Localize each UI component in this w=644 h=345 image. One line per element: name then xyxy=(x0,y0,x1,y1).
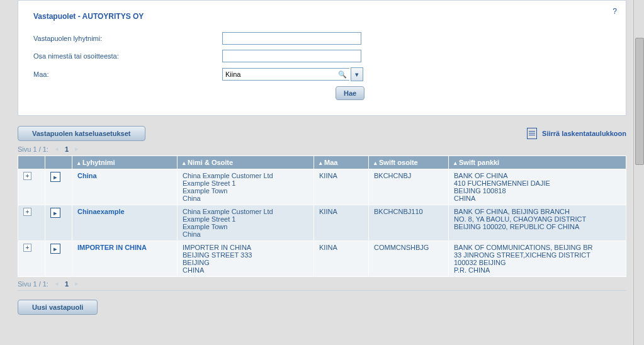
expand-icon[interactable]: + xyxy=(23,244,31,252)
sort-asc-icon: ▴ xyxy=(454,160,457,166)
cell-name: China Example Customer LtdExample Street… xyxy=(178,205,314,241)
cell-action: ▸ xyxy=(45,169,72,205)
cell-swift-bank: BANK OF COMMUNICATIONS, BEIJING BR33 JIN… xyxy=(449,241,626,277)
expand-icon[interactable]: + xyxy=(23,172,31,180)
cell-short: Chinaexample xyxy=(72,205,178,241)
spreadsheet-icon xyxy=(527,128,537,139)
cell-swift-addr: COMMCNSHBJG xyxy=(369,241,449,277)
new-counterparty-button[interactable]: Uusi vastapuoli xyxy=(18,300,98,315)
chevron-down-icon: ▾ xyxy=(355,71,359,79)
export-label: Siirrä laskentataulukkoon xyxy=(542,130,626,137)
search-button[interactable]: Hae xyxy=(336,86,364,100)
cell-short: IMPORTER IN CHINA xyxy=(72,241,178,277)
run-icon[interactable]: ▸ xyxy=(50,244,60,254)
help-icon[interactable]: ? xyxy=(613,7,617,16)
form-row-country: Maa: Kiina 🔍 ▾ xyxy=(33,67,611,81)
cell-country: KIINA xyxy=(314,241,369,277)
search-card: ? Vastapuolet - AUTOYRITYS OY Vastapuole… xyxy=(18,0,626,116)
pager-prev-icon[interactable]: ◂ xyxy=(55,145,59,153)
cell-country: KIINA xyxy=(314,169,369,205)
expand-icon[interactable]: + xyxy=(23,208,31,216)
short-name-link[interactable]: IMPORTER IN CHINA xyxy=(77,244,147,251)
pager-page[interactable]: 1 xyxy=(65,145,69,153)
country-label: Maa: xyxy=(33,71,222,78)
pager-top: Sivu 1 / 1: ◂ 1 ▸ xyxy=(18,145,626,153)
table-row: +▸ChinaChina Example Customer LtdExample… xyxy=(18,169,626,205)
results-table: ▴Lyhytnimi ▴Nimi & Osoite ▴Maa ▴Swift os… xyxy=(18,156,626,277)
short-name-link[interactable]: China xyxy=(77,172,97,179)
table-row: +▸IMPORTER IN CHINAIMPORTER IN CHINABEIJ… xyxy=(18,241,626,277)
cell-action: ▸ xyxy=(45,241,72,277)
cell-short: China xyxy=(72,169,178,205)
cell-swift-bank: BANK OF CHINA, BEIJING BRANCHNO. 8, YA B… xyxy=(449,205,626,241)
form-row-short-name: Vastapuolen lyhytnimi: xyxy=(33,32,611,45)
country-dropdown-button[interactable]: ▾ xyxy=(351,67,363,81)
col-short[interactable]: ▴Lyhytnimi xyxy=(72,156,178,169)
short-name-input[interactable] xyxy=(222,32,361,45)
pager-text: Sivu 1 / 1: xyxy=(18,145,48,153)
cell-swift-addr: BKCHCNBJ xyxy=(369,169,449,205)
pager-page[interactable]: 1 xyxy=(65,280,69,288)
short-name-link[interactable]: Chinaexample xyxy=(77,208,125,215)
table-row: +▸ChinaexampleChina Example Customer Ltd… xyxy=(18,205,626,241)
view-settings-button[interactable]: Vastapuolen katseluasetukset xyxy=(18,126,145,141)
country-value: Kiina xyxy=(225,69,240,80)
export-link[interactable]: Siirrä laskentataulukkoon xyxy=(527,128,626,139)
sort-asc-icon: ▴ xyxy=(374,160,377,166)
form-row-name-addr: Osa nimestä tai osoitteesta: xyxy=(33,50,611,62)
pager-prev-icon[interactable]: ◂ xyxy=(55,280,59,288)
cell-expand: + xyxy=(18,169,45,205)
country-combobox[interactable]: Kiina 🔍 ▾ xyxy=(222,67,363,81)
toolbar-row: Vastapuolen katseluasetukset Siirrä lask… xyxy=(18,126,626,141)
cell-country: KIINA xyxy=(314,205,369,241)
cell-action: ▸ xyxy=(45,205,72,241)
cell-expand: + xyxy=(18,241,45,277)
cell-expand: + xyxy=(18,205,45,241)
cell-name: IMPORTER IN CHINABEIJING STREET 333BEIJI… xyxy=(178,241,314,277)
col-expand xyxy=(18,156,45,169)
sort-asc-icon: ▴ xyxy=(77,160,81,166)
divider xyxy=(18,290,626,291)
col-swift-addr[interactable]: ▴Swift osoite xyxy=(369,156,449,169)
pager-bottom: Sivu 1 / 1: ◂ 1 ▸ xyxy=(18,280,626,288)
search-icon[interactable]: 🔍 xyxy=(338,69,347,80)
col-name[interactable]: ▴Nimi & Osoite xyxy=(178,156,314,169)
name-addr-input[interactable] xyxy=(222,50,361,62)
run-icon[interactable]: ▸ xyxy=(50,208,60,218)
cell-swift-addr: BKCHCNBJ110 xyxy=(369,205,449,241)
vertical-scrollbar[interactable] xyxy=(633,0,644,345)
cell-swift-bank: BANK OF CHINA410 FUCHENGMENNEI DAJIEBEIJ… xyxy=(449,169,626,205)
col-swift-bank[interactable]: ▴Swift pankki xyxy=(449,156,626,169)
pager-next-icon[interactable]: ▸ xyxy=(75,280,79,288)
col-country[interactable]: ▴Maa xyxy=(314,156,369,169)
pager-text: Sivu 1 / 1: xyxy=(18,280,48,288)
col-action xyxy=(45,156,72,169)
run-icon[interactable]: ▸ xyxy=(50,172,60,182)
name-addr-label: Osa nimestä tai osoitteesta: xyxy=(33,52,222,60)
sort-asc-icon: ▴ xyxy=(319,160,322,166)
pager-next-icon[interactable]: ▸ xyxy=(75,145,79,153)
scrollbar-thumb[interactable] xyxy=(635,38,644,165)
short-name-label: Vastapuolen lyhytnimi: xyxy=(33,35,222,42)
sort-asc-icon: ▴ xyxy=(183,160,186,166)
cell-name: China Example Customer LtdExample Street… xyxy=(178,169,314,205)
page-title: Vastapuolet - AUTOYRITYS OY xyxy=(33,12,611,21)
